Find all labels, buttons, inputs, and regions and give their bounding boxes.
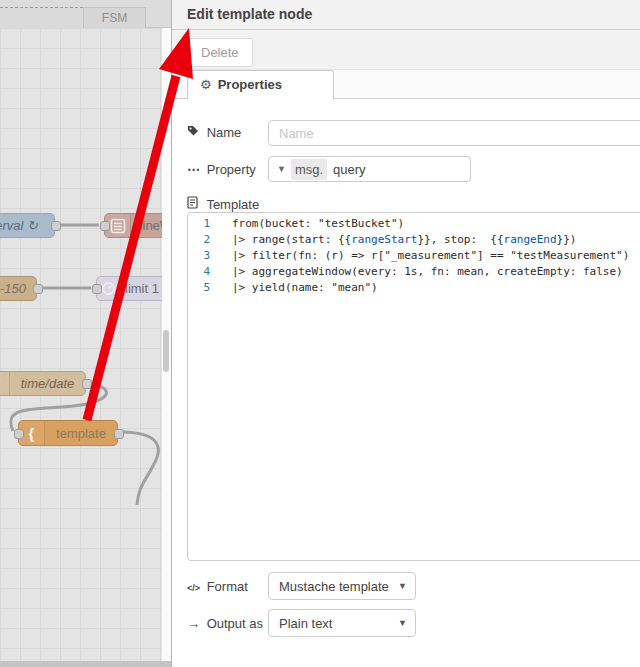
code-line[interactable]: 3|> filter(fn: (r) => r["_measurement"] …	[188, 248, 640, 264]
format-label: Format	[207, 579, 248, 594]
line-number: 3	[188, 248, 232, 264]
msg-prefix[interactable]: msg.	[291, 159, 327, 180]
template-code-editor[interactable]: 1from(bucket: "testBucket")2|> range(sta…	[187, 212, 640, 561]
output-select[interactable]: Plain text ▼	[268, 609, 416, 637]
chevron-down-icon[interactable]: ▼	[269, 164, 291, 174]
gear-icon: ⚙	[200, 77, 212, 92]
function-icon: f	[0, 372, 10, 395]
output-port[interactable]	[51, 221, 61, 231]
tray-header: Edit template node	[172, 0, 640, 30]
node-sinewave[interactable]: sineWave	[104, 213, 162, 238]
output-port[interactable]	[82, 379, 92, 389]
line-number: 2	[188, 232, 232, 248]
property-typedinput[interactable]: ▼ msg. query	[268, 156, 471, 182]
node-label: interval ↻	[0, 218, 54, 233]
chevron-down-icon: ▼	[398, 618, 407, 628]
node-label: limit 1 ms	[121, 281, 162, 296]
format-select-value: Mustache template	[279, 579, 389, 594]
ellipsis-icon: ⋯	[187, 162, 203, 177]
workspace-tabbar: FSM	[0, 0, 171, 28]
tray-toolbar: Delete	[172, 30, 640, 70]
node-label: s-150	[0, 281, 36, 296]
property-label: Property	[207, 162, 256, 177]
property-value[interactable]: query	[327, 162, 366, 177]
line-number: 5	[188, 280, 232, 296]
scrollbar-thumb[interactable]	[163, 330, 169, 372]
node-template[interactable]: { template	[18, 420, 118, 446]
output-port[interactable]	[33, 284, 43, 294]
delete-button[interactable]: Delete	[187, 38, 253, 67]
line-number: 4	[188, 264, 232, 280]
node-s150[interactable]: s-150	[0, 276, 37, 301]
property-label-row: ⋯ Property	[187, 162, 256, 177]
output-label-row: → Output as	[187, 616, 263, 631]
template-label-row: Template	[187, 196, 259, 212]
node-interval[interactable]: interval ↻	[0, 213, 55, 238]
line-number: 1	[188, 216, 232, 232]
tag-icon	[187, 125, 203, 140]
node-limit[interactable]: limit 1 ms	[96, 276, 162, 301]
tray-tabrow: ⚙Properties	[172, 70, 640, 99]
code-line[interactable]: 4|> aggregateWindow(every: 1s, fn: mean,…	[188, 264, 640, 280]
canvas-vertical-scrollbar[interactable]	[162, 28, 171, 662]
input-port[interactable]	[14, 429, 24, 439]
name-input[interactable]	[268, 120, 640, 146]
name-label: Name	[207, 125, 242, 140]
code-line[interactable]: 5|> yield(name: "mean")	[188, 280, 640, 296]
output-arrow-icon: →	[187, 616, 203, 631]
node-label: time/date	[10, 376, 85, 391]
canvas-horizontal-scrollbar[interactable]	[0, 661, 171, 667]
name-label-row: Name	[187, 125, 241, 140]
tray-title: Edit template node	[172, 0, 640, 29]
node-label: template	[45, 426, 117, 441]
code-line[interactable]: 1from(bucket: "testBucket")	[188, 216, 640, 232]
format-label-row: </> Format	[187, 579, 248, 594]
output-select-value: Plain text	[279, 616, 332, 631]
tab-properties-label: Properties	[218, 77, 282, 92]
input-port[interactable]	[92, 284, 102, 294]
tab-properties[interactable]: ⚙Properties	[187, 70, 334, 99]
format-select[interactable]: Mustache template ▼	[268, 572, 416, 600]
flow-canvas[interactable]: interval ↻ sineWave s-150	[0, 28, 162, 662]
output-label: Output as	[207, 616, 263, 631]
template-label: Template	[206, 197, 259, 212]
workspace-tab-fsm[interactable]: FSM	[83, 7, 146, 28]
template-icon	[187, 196, 203, 212]
node-timedate[interactable]: f time/date	[0, 371, 86, 396]
code-line[interactable]: 2|> range(start: {{rangeStart}}, stop: {…	[188, 232, 640, 248]
code-icon: </>	[187, 583, 203, 593]
input-port[interactable]	[100, 221, 110, 231]
node-label: sineWave	[131, 218, 162, 233]
edit-tray: Edit template node Delete ⚙Properties Na…	[171, 0, 640, 667]
chevron-down-icon: ▼	[398, 581, 407, 591]
flow-wires	[0, 28, 162, 662]
workspace-tab-partial[interactable]	[0, 7, 83, 28]
node-red-editor: FSM interval ↻ sineWave	[0, 0, 640, 667]
output-port[interactable]	[114, 429, 124, 439]
